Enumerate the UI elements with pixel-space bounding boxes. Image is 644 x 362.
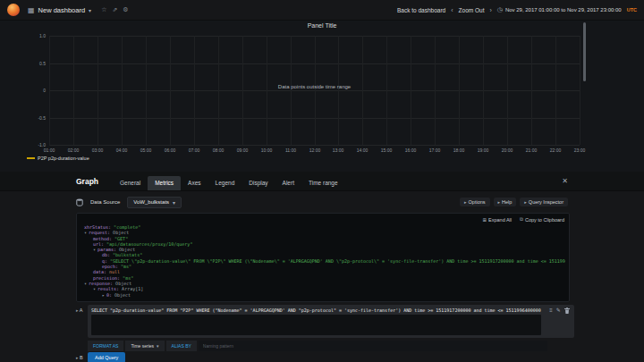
datasource-value: VoW_bulkstats <box>133 199 169 205</box>
dashboard-picker[interactable]: ▦ New dashboard ▾ <box>28 6 91 14</box>
json-line[interactable]: ▸0: Object <box>80 292 565 298</box>
alias-by-label: ALIAS BY <box>166 341 197 351</box>
x-axis-label: 18:00 <box>449 147 469 153</box>
query-ref-id: B <box>80 355 83 360</box>
time-range-text: Nov 29, 2017 01:00:00 to Nov 29, 2017 23… <box>505 7 622 13</box>
navbar-right: Back to dashboard ‹ Zoom Out › ◷ Nov 29,… <box>397 6 637 13</box>
gridline <box>531 36 532 145</box>
time-shift-right-icon[interactable]: › <box>489 7 491 13</box>
gridline <box>170 36 171 145</box>
x-axis-label: 17:00 <box>425 147 445 153</box>
tree-toggle-icon[interactable]: ▸ <box>102 292 105 298</box>
gridline <box>146 36 147 145</box>
gridline <box>555 36 556 145</box>
back-to-dashboard-link[interactable]: Back to dashboard <box>397 7 445 13</box>
x-axis-label: 03:00 <box>88 147 107 153</box>
query-edit-icon[interactable]: ✎ <box>556 307 561 314</box>
datasource-row: Data Source VoW_bulkstats ▾ ▸Options▸Hel… <box>76 196 568 208</box>
query-textarea[interactable] <box>91 315 541 335</box>
json-value: "ms" <box>120 275 133 281</box>
tree-toggle-icon[interactable]: ▾ <box>84 230 87 235</box>
x-axis-label: 08:00 <box>208 147 228 153</box>
query-text[interactable]: SELECT "p2p-duration-value" FROM "P2P" W… <box>91 307 541 315</box>
json-key: request: <box>89 230 110 235</box>
tab-metrics[interactable]: Metrics <box>148 176 181 190</box>
json-value: "SELECT \"p2p-duration-value\" FROM \"P2… <box>107 258 565 264</box>
y-axis-label: 0.5 <box>23 61 46 66</box>
caret-right-icon: ▸ <box>76 355 79 360</box>
star-icon[interactable]: ☆ <box>101 6 106 13</box>
add-query-button[interactable]: Add Query <box>88 352 125 362</box>
caret-down-icon: ▾ <box>89 7 91 13</box>
gear-icon[interactable]: ⚙ <box>123 6 128 13</box>
caret-right-icon: ▸ <box>498 199 501 205</box>
options-button[interactable]: ▸Options <box>460 198 489 206</box>
help-button[interactable]: ▸Help <box>494 198 517 206</box>
tab-display[interactable]: Display <box>242 176 275 190</box>
x-axis-label: 23:00 <box>570 147 589 153</box>
alias-by-input[interactable] <box>199 341 547 351</box>
json-key: data: <box>93 269 106 274</box>
time-range-picker[interactable]: ◷ Nov 29, 2017 01:00:00 to Nov 29, 2017 … <box>497 6 622 13</box>
x-axis-label: 11:00 <box>281 147 301 153</box>
zoom-out-button[interactable]: Zoom Out <box>459 7 485 13</box>
gridline <box>338 36 339 145</box>
gridline <box>267 36 267 145</box>
json-value: "bulkstats" <box>110 252 142 257</box>
tab-alert[interactable]: Alert <box>275 176 301 190</box>
gridline <box>242 36 243 145</box>
share-icon[interactable]: ⇗ <box>112 6 117 13</box>
format-as-label: FORMAT AS <box>88 341 123 351</box>
tree-toggle-icon[interactable]: ▾ <box>93 247 96 252</box>
json-value: Object <box>112 292 131 298</box>
x-axis-label: 07:00 <box>184 147 204 153</box>
datasource-actions: ▸Options▸Help▸Query Inspector <box>460 198 568 206</box>
copy-to-clipboard-button[interactable]: ⧉ Copy to Clipboard <box>520 216 564 223</box>
json-tree: xhrStatus: "complete"▾request: Objectmet… <box>77 223 569 301</box>
gridline <box>386 36 387 145</box>
caret-right-icon: ▸ <box>524 199 527 205</box>
editor-tabs: GeneralMetricsAxesLegendDisplayAlertTime… <box>113 176 345 190</box>
gridline <box>49 145 580 146</box>
json-value: Object <box>113 281 131 286</box>
tree-toggle-icon[interactable]: ▾ <box>93 286 96 291</box>
json-key: db: <box>102 252 110 257</box>
json-key: xhrStatus: <box>84 224 111 230</box>
gridline <box>507 36 508 145</box>
panel-editor: Graph GeneralMetricsAxesLegendDisplayAle… <box>0 172 644 362</box>
tab-time-range[interactable]: Time range <box>301 176 345 190</box>
x-axis-label: 13:00 <box>328 147 348 153</box>
query-b-collapse[interactable]: ▸ B <box>76 355 88 360</box>
x-axis-label: 15:00 <box>377 147 396 153</box>
query-a-collapse[interactable]: ▸ A <box>76 305 88 338</box>
y-axis-label: -0.5 <box>23 115 46 121</box>
x-axis-label: 16:00 <box>401 147 420 153</box>
x-axis-label: 10:00 <box>257 147 276 153</box>
gridline <box>73 36 74 145</box>
json-key: response: <box>89 281 113 286</box>
x-axis-label: 02:00 <box>64 147 83 153</box>
caret-down-icon: ▾ <box>157 343 159 349</box>
scrollbar[interactable] <box>583 22 586 81</box>
series-label[interactable]: P2P p2p-duration-value <box>38 156 89 161</box>
datasource-select[interactable]: VoW_bulkstats ▾ <box>127 197 182 208</box>
format-as-select[interactable]: Time series ▾ <box>125 341 164 351</box>
json-value: "GET" <box>112 236 128 241</box>
tab-legend[interactable]: Legend <box>208 176 242 190</box>
json-key: results: <box>97 286 119 291</box>
query-inspector-button[interactable]: ▸Query Inspector <box>520 198 568 206</box>
no-data-message: Data points outside time range <box>49 84 580 89</box>
query-trash-icon[interactable] <box>564 307 570 316</box>
tab-axes[interactable]: Axes <box>181 176 208 190</box>
tab-general[interactable]: General <box>113 176 148 190</box>
x-axis-label: 19:00 <box>473 147 493 153</box>
gridline <box>362 36 363 145</box>
query-menu-icon[interactable]: ≡ <box>549 307 553 314</box>
grafana-logo-icon[interactable] <box>7 4 20 16</box>
close-icon[interactable]: ✕ <box>562 177 568 185</box>
tree-toggle-icon[interactable]: ▾ <box>84 281 87 286</box>
expand-all-button[interactable]: ⊞ Expand All <box>482 216 512 223</box>
panel-title[interactable]: Panel Title <box>0 22 644 29</box>
time-shift-left-icon[interactable]: ‹ <box>451 7 453 13</box>
json-value: Object <box>110 230 129 235</box>
